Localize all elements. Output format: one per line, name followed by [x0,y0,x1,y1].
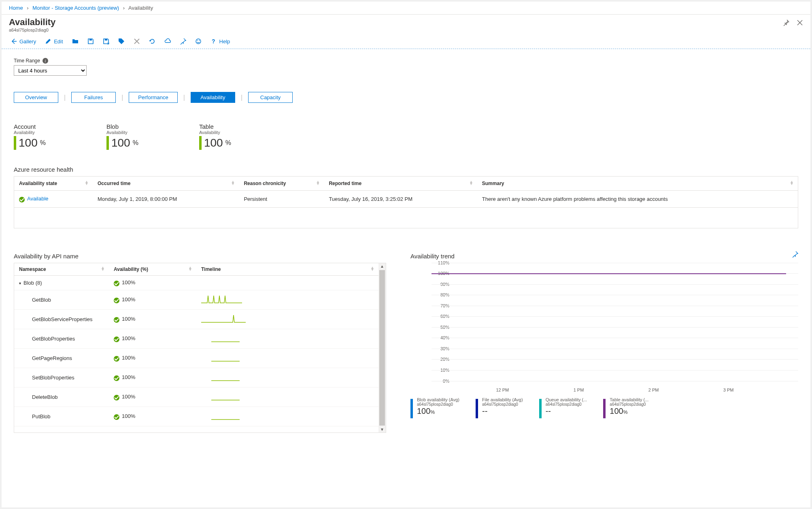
legend-item: Queue availability (... a64sl75plosp2dia… [539,397,587,418]
sparkline [196,348,378,368]
api-col[interactable]: Timeline▲▼ [196,263,378,276]
time-range-label: Time Range [14,58,40,64]
refresh-button[interactable] [149,38,155,45]
page-header: Availability a64sl75plosp2diag0 [2,15,810,34]
sparkline [196,275,378,290]
cloud-icon [164,38,171,45]
svg-point-4 [199,40,200,41]
tab-overview[interactable]: Overview [14,92,58,103]
breadcrumb-home[interactable]: Home [9,5,23,11]
open-button[interactable] [72,38,79,45]
page-subtitle: a64sl75plosp2diag0 [9,28,55,32]
tab-capacity[interactable]: Capacity [248,92,293,103]
health-col[interactable]: Availability state▲▼ [14,177,93,191]
api-scrollbar[interactable]: ▲ ▼ [378,263,386,432]
api-row[interactable]: PutBlob 100% [14,407,378,426]
api-row[interactable]: GetBlobProperties 100% [14,329,378,348]
api-col[interactable]: Namespace▲▼ [14,263,109,276]
sparkline [196,407,378,426]
svg-rect-1 [105,39,107,40]
svg-text:?: ? [212,38,215,45]
scroll-up-icon[interactable]: ▲ [379,263,385,269]
time-range-select[interactable]: Last 4 hours [14,65,87,76]
api-col[interactable]: Availability (%)▲▼ [109,263,196,276]
sparkline [196,329,378,348]
legend-item: Table availability (... a64sl75plosp2dia… [603,397,648,418]
kpi-card: Account Availability 100% [14,123,46,150]
api-row[interactable]: GetBlobServiceProperties 100% [14,309,378,329]
tag-button[interactable] [118,38,125,45]
check-icon [114,336,119,342]
breadcrumb-current: Availability [128,5,153,11]
api-name: DeleteBlob [14,387,109,407]
question-icon: ? [210,38,217,45]
api-row[interactable]: SetBlobProperties 100% [14,368,378,387]
share-button[interactable] [164,38,171,45]
save-button[interactable] [87,38,94,45]
health-col[interactable]: Reported time▲▼ [324,177,477,191]
feedback-button[interactable] [195,38,202,45]
pin-icon [180,38,186,45]
api-group[interactable]: Blob (8) [14,275,109,290]
pin-icon[interactable] [783,19,789,26]
check-icon [114,375,119,381]
tab-performance[interactable]: Performance [129,92,177,103]
toolbar: Gallery Edit ? Help [2,34,810,49]
sparkline [196,368,378,387]
health-col[interactable]: Reason chronicity▲▼ [239,177,324,191]
info-icon[interactable]: i [43,58,48,64]
sparkline [196,309,378,329]
kpi-title: Blob [106,123,138,130]
trend-pin-icon[interactable] [792,251,798,259]
trend-title: Availability trend [410,253,798,260]
kpi-cards: Account Availability 100% Blob Availabil… [14,123,798,150]
save-icon [87,38,94,45]
scroll-down-icon[interactable]: ▼ [379,426,385,432]
tab-failures[interactable]: Failures [71,92,116,103]
api-row[interactable]: DeleteBlob 100% [14,387,378,407]
api-row[interactable]: PutPage 100% [14,426,378,432]
scroll-thumb[interactable] [379,270,385,426]
edit-button[interactable]: Edit [45,38,63,45]
kpi-subtitle: Availability [199,130,231,135]
api-name: GetBlob [14,290,109,309]
check-icon [114,395,119,400]
legend-swatch [603,399,606,418]
close-icon[interactable] [797,19,803,26]
api-name: PutBlob [14,407,109,426]
arrow-left-icon [11,38,17,45]
pin-button[interactable] [180,38,186,45]
breadcrumb: Home › Monitor - Storage Accounts (previ… [2,2,810,15]
gallery-button[interactable]: Gallery [11,38,36,45]
health-row[interactable]: Available Monday, July 1, 2019, 8:00:00 … [14,191,798,208]
api-row[interactable]: GetPageRegions 100% [14,348,378,368]
api-table: Namespace▲▼Availability (%)▲▼Timeline▲▼ … [14,263,386,433]
check-icon [19,197,25,202]
api-name: PutPage [14,426,109,432]
sparkline [196,290,378,309]
legend-item: File availability (Avg) a64sl75plosp2dia… [476,397,523,418]
help-button[interactable]: ? Help [210,38,230,45]
kpi-subtitle: Availability [106,130,138,135]
breadcrumb-monitor[interactable]: Monitor - Storage Accounts (preview) [32,5,119,11]
tag-icon [118,38,125,45]
health-col[interactable]: Occurred time▲▼ [93,177,239,191]
save-as-button[interactable] [103,38,109,45]
kpi-title: Account [14,123,46,130]
api-row[interactable]: GetBlob 100% [14,290,378,309]
availability-state-link[interactable]: Available [27,196,49,202]
x-tick: 3 PM [723,388,734,392]
kpi-card: Table Availability 100% [199,123,231,150]
x-tick: 1 PM [574,388,584,392]
trend-line [432,273,786,274]
sparkline [196,387,378,407]
svg-point-2 [196,39,201,44]
tab-availability[interactable]: Availability [191,92,235,103]
x-icon [134,38,140,45]
api-name: GetPageRegions [14,348,109,368]
legend-swatch [539,399,542,418]
api-row[interactable]: Blob (8) 100% [14,275,378,290]
check-icon [114,281,119,286]
api-name: SetBlobProperties [14,368,109,387]
health-col[interactable]: Summary▲▼ [477,177,798,191]
